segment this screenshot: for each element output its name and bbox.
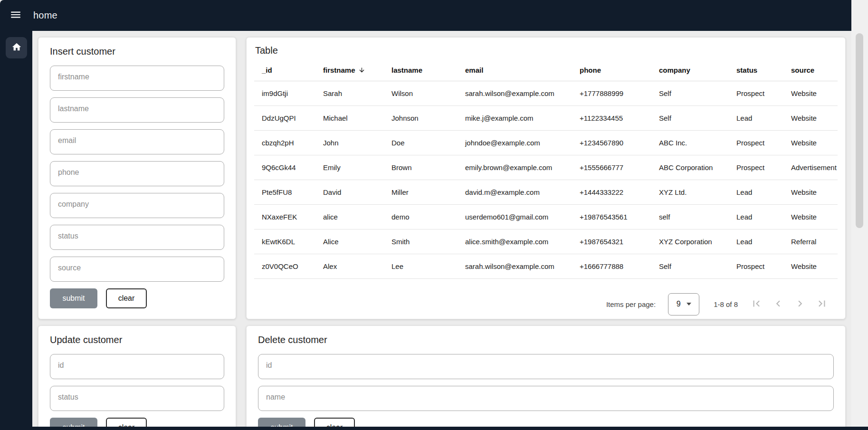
source-input[interactable] [50, 257, 224, 282]
cell-email: emily.brown@example.com [458, 163, 572, 172]
chevron-down-icon [687, 303, 691, 306]
app-window: home Insert customer submit clear [0, 0, 868, 430]
paginator-nav [745, 293, 833, 315]
table-title: Table [247, 45, 845, 56]
previous-page-button[interactable] [767, 293, 789, 315]
cell-status: Prospect [729, 262, 783, 270]
cell-company: self [651, 213, 729, 221]
table-row: DdzUgQPIMichaelJohnsonmike.j@example.com… [254, 106, 838, 131]
cell-firstname: Emily [315, 163, 384, 172]
cell-firstname: John [315, 139, 384, 147]
cell-id: DdzUgQPI [254, 114, 315, 122]
cell-lastname: Smith [384, 238, 458, 246]
first-page-button[interactable] [745, 293, 767, 315]
cell-phone: +19876543561 [572, 213, 651, 221]
column-header-label: phone [580, 66, 601, 74]
cell-source: Advertisement [783, 163, 838, 172]
column-header-phone[interactable]: phone [572, 66, 651, 74]
cell-source: Website [783, 213, 838, 221]
cell-status: Prospect [729, 139, 783, 147]
cell-source: Website [783, 114, 838, 122]
cell-email: johndoe@example.com [458, 139, 572, 147]
cell-id: Pte5fFU8 [254, 188, 315, 196]
items-per-page-label: Items per page: [606, 300, 656, 308]
first-page-icon [750, 297, 763, 311]
column-header-label: lastname [391, 66, 422, 74]
cell-lastname: Wilson [384, 89, 458, 97]
cell-lastname: demo [384, 213, 458, 221]
cell-company: XYZ Corporation [651, 238, 729, 246]
vertical-scrollbar[interactable] [851, 0, 868, 430]
cell-firstname: Michael [315, 114, 384, 122]
column-header-source[interactable]: source [783, 66, 838, 74]
delete-name-input[interactable] [258, 386, 834, 411]
cell-status: Prospect [729, 89, 783, 97]
column-header-label: email [465, 66, 483, 74]
cell-phone: +1444333222 [572, 188, 651, 196]
cell-email: sarah.wilson@example.com [458, 89, 572, 97]
sidebar-item-home[interactable] [6, 37, 27, 58]
email-input[interactable] [50, 129, 224, 154]
column-header-firstname[interactable]: firstname [315, 66, 384, 74]
cell-phone: +1555666777 [572, 163, 651, 172]
cell-firstname: David [315, 188, 384, 196]
firstname-input[interactable] [50, 66, 224, 91]
cell-phone: +1122334455 [572, 114, 651, 122]
phone-input[interactable] [50, 161, 224, 186]
column-header-label: _id [262, 66, 272, 74]
scrollbar-thumb[interactable] [856, 33, 863, 228]
next-page-button[interactable] [789, 293, 811, 315]
cell-id: kEwtK6DL [254, 238, 315, 246]
column-header-status[interactable]: status [729, 66, 783, 74]
cell-id: NXaxeFEK [254, 213, 315, 221]
cell-status: Prospect [729, 163, 783, 172]
column-header-id[interactable]: _id [254, 66, 315, 74]
cell-source: Website [783, 89, 838, 97]
menu-button[interactable] [5, 5, 27, 27]
sidebar [0, 31, 32, 427]
cell-phone: +1234567890 [572, 139, 651, 147]
insert-submit-button[interactable]: submit [50, 288, 97, 308]
home-icon [11, 42, 22, 54]
cell-phone: +1666777888 [572, 262, 651, 270]
cell-email: mike.j@example.com [458, 114, 572, 122]
cell-company: Self [651, 262, 729, 270]
column-header-label: status [736, 66, 757, 74]
cell-id: cbzqh2pH [254, 139, 315, 147]
cell-firstname: Alice [315, 238, 384, 246]
table-row: kEwtK6DLAliceSmithalice.smith@example.co… [254, 229, 838, 254]
arrow-down-icon [358, 67, 365, 74]
cell-email: sarah.wilson@example.com [458, 262, 572, 270]
items-per-page-select[interactable]: 9 [668, 293, 699, 315]
delete-id-input[interactable] [258, 354, 834, 379]
cell-email: alice.smith@example.com [458, 238, 572, 246]
insert-customer-title: Insert customer [50, 46, 224, 57]
window-bottom-edge [0, 427, 868, 430]
update-id-input[interactable] [50, 354, 224, 379]
status-input[interactable] [50, 225, 224, 250]
column-header-label: company [659, 66, 690, 74]
cell-phone: +1777888999 [572, 89, 651, 97]
column-header-email[interactable]: email [458, 66, 572, 74]
table-body: im9dGtjiSarahWilsonsarah.wilson@example.… [254, 81, 838, 279]
insert-clear-button[interactable]: clear [106, 288, 147, 308]
cell-email: userdemo601@gmail.com [458, 213, 572, 221]
column-header-company[interactable]: company [651, 66, 729, 74]
update-status-input[interactable] [50, 386, 224, 411]
company-input[interactable] [50, 193, 224, 218]
paginator: Items per page: 9 1-8 of 8 [247, 289, 845, 319]
cell-status: Lead [729, 213, 783, 221]
items-per-page-value: 9 [677, 300, 681, 308]
cell-lastname: Lee [384, 262, 458, 270]
cell-status: Lead [729, 114, 783, 122]
column-header-lastname[interactable]: lastname [384, 66, 458, 74]
cell-id: 9Q6cGk44 [254, 163, 315, 172]
table-row: z0V0QCeOAlexLeesarah.wilson@example.com+… [254, 254, 838, 279]
table-row: Pte5fFU8DavidMillerdavid.m@example.com+1… [254, 180, 838, 205]
last-page-button[interactable] [811, 293, 833, 315]
main-content: Insert customer submit clear Table _idfi… [32, 31, 851, 430]
cell-company: XYZ Ltd. [651, 188, 729, 196]
update-customer-card: Update customer submit clear [38, 325, 236, 430]
lastname-input[interactable] [50, 97, 224, 123]
cell-source: Website [783, 139, 838, 147]
